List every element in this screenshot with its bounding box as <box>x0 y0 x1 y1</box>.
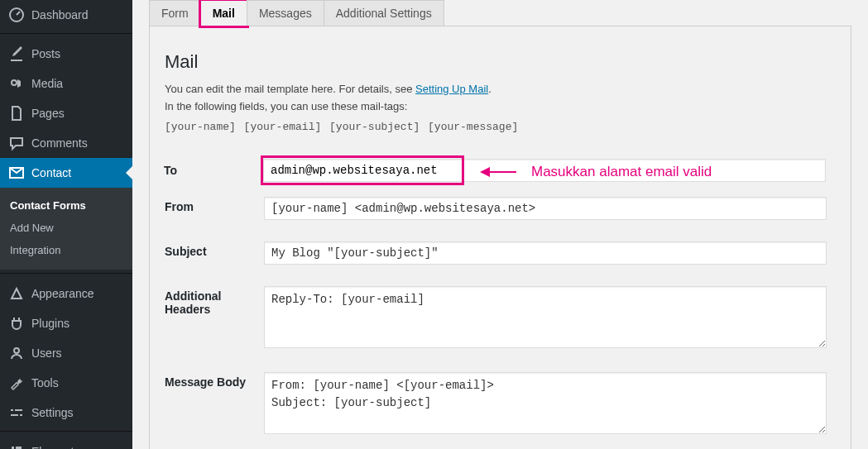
svg-marker-15 <box>480 167 490 177</box>
tab-bar: Form Mail Messages Additional Settings <box>149 0 851 26</box>
sidebar-item-elementor[interactable]: Elementor <box>0 437 132 449</box>
separator <box>0 30 132 34</box>
svg-point-3 <box>14 348 19 353</box>
input-from[interactable] <box>264 197 827 220</box>
submenu-item-contact-forms[interactable]: Contact Forms <box>0 194 132 217</box>
input-headers[interactable] <box>264 286 827 348</box>
sidebar-item-tools[interactable]: Tools <box>0 368 132 398</box>
annotation-overlay: Masukkan alamat email valid <box>480 164 712 180</box>
sidebar-item-label: Appearance <box>31 287 94 300</box>
posts-icon <box>8 45 25 62</box>
sidebar-item-label: Contact <box>31 166 71 179</box>
media-icon <box>8 75 25 92</box>
field-row-body: Message Body <box>165 372 836 437</box>
tools-icon <box>8 375 25 391</box>
tab-messages[interactable]: Messages <box>247 0 324 26</box>
svg-rect-7 <box>20 414 22 416</box>
sidebar-item-media[interactable]: Media <box>0 69 132 98</box>
mail-tags: [your-name] [your-email] [your-subject] … <box>165 121 836 133</box>
sidebar-item-label: Elementor <box>31 445 84 449</box>
tab-mail[interactable]: Mail <box>200 0 247 26</box>
submenu-item-integration[interactable]: Integration <box>0 239 132 261</box>
sidebar-item-pages[interactable]: Pages <box>0 98 132 128</box>
setting-up-mail-link[interactable]: Setting Up Mail <box>415 83 488 95</box>
svg-rect-6 <box>11 414 18 416</box>
label-to-overlay: To <box>164 164 177 177</box>
field-row-from: From <box>165 197 836 220</box>
mail-panel: Mail You can edit the mail template here… <box>149 26 851 449</box>
sidebar-item-posts[interactable]: Posts <box>0 39 132 69</box>
sidebar-item-users[interactable]: Users <box>0 338 132 368</box>
tab-form[interactable]: Form <box>149 0 201 26</box>
sidebar-item-label: Users <box>31 346 62 360</box>
appearance-icon <box>8 285 25 302</box>
sidebar-item-contact[interactable]: Contact <box>0 158 132 188</box>
sidebar-item-settings[interactable]: Settings <box>0 398 132 428</box>
separator <box>0 428 132 432</box>
panel-intro: You can edit the mail template here. For… <box>165 81 836 116</box>
settings-icon <box>8 404 25 421</box>
contact-icon <box>8 165 25 181</box>
sidebar-item-label: Settings <box>31 406 74 419</box>
dashboard-icon <box>8 7 25 23</box>
field-row-headers: Additional Headers <box>165 286 836 351</box>
submenu-item-add-new[interactable]: Add New <box>0 217 132 239</box>
label-subject: Subject <box>165 241 264 258</box>
plugins-icon <box>8 315 25 332</box>
elementor-icon <box>8 443 25 449</box>
sidebar-item-dashboard[interactable]: Dashboard <box>0 0 132 30</box>
sidebar-item-label: Plugins <box>31 317 70 330</box>
input-subject[interactable] <box>264 241 827 265</box>
sidebar-item-label: Comments <box>31 136 88 150</box>
sidebar-item-label: Posts <box>31 47 60 60</box>
svg-rect-5 <box>15 409 22 411</box>
label-body: Message Body <box>165 372 264 389</box>
intro-text-post: . <box>488 83 492 95</box>
sidebar-item-label: Media <box>31 77 63 90</box>
pages-icon <box>8 105 25 122</box>
sidebar-item-comments[interactable]: Comments <box>0 128 132 158</box>
arrow-icon <box>480 166 516 178</box>
sidebar-item-label: Pages <box>31 107 65 120</box>
sidebar-item-appearance[interactable]: Appearance <box>0 279 132 308</box>
users-icon <box>8 345 25 361</box>
label-from: From <box>165 197 264 213</box>
field-row-subject: Subject <box>165 241 836 265</box>
comments-icon <box>8 135 25 151</box>
annotation-text-overlay: Masukkan alamat email valid <box>531 164 712 180</box>
admin-sidebar: Dashboard Posts Media Pages Comments Con… <box>0 0 132 449</box>
sidebar-item-label: Tools <box>31 376 59 389</box>
intro-text-pre: You can edit the mail template here. For… <box>165 83 415 95</box>
panel-heading: Mail <box>165 51 836 73</box>
svg-rect-4 <box>11 409 13 411</box>
sidebar-item-label: Dashboard <box>31 8 89 21</box>
sidebar-submenu: Contact Forms Add New Integration <box>0 188 132 270</box>
separator <box>0 270 132 274</box>
intro-line2: In the following fields, you can use the… <box>165 100 407 112</box>
label-headers: Additional Headers <box>165 286 264 316</box>
to-overlay: To Masukkan alamat email valid <box>164 159 826 187</box>
main-content: Form Mail Messages Additional Settings M… <box>132 0 868 449</box>
sidebar-item-plugins[interactable]: Plugins <box>0 308 132 338</box>
input-body[interactable] <box>264 372 827 434</box>
svg-point-1 <box>12 80 17 85</box>
tab-additional-settings[interactable]: Additional Settings <box>324 0 444 26</box>
